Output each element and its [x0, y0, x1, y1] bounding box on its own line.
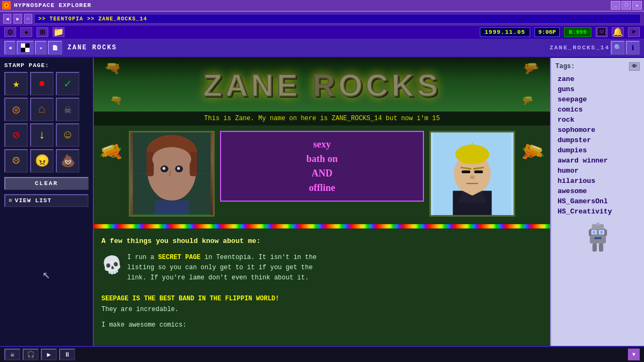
icon-box-1[interactable]: 🖼	[596, 27, 608, 37]
arrow-right-icon[interactable]: ➤	[628, 27, 640, 37]
svg-rect-4	[25, 48, 30, 52]
page-banner: 🔫 🔫 🔫 🔫 ZANE ROCKS	[94, 58, 550, 112]
view-list-button[interactable]: ≡ VIEW LIST	[4, 194, 89, 207]
svg-rect-48	[596, 223, 599, 225]
right-sidebar: Tags: 👁 zanegunsseepagecomicsrocksophomo…	[550, 58, 644, 346]
tags-header: Tags: 👁	[555, 62, 640, 71]
stamp-skull[interactable]: ☠	[56, 98, 79, 121]
stamp-smile[interactable]: ☺	[56, 123, 79, 147]
banner-decoration-left: 🔫	[105, 61, 121, 76]
list-icon: ≡	[9, 197, 13, 204]
stamp-house[interactable]: ⌂	[30, 98, 54, 121]
page-content[interactable]: 🔫 🔫 🔫 🔫 ZANE ROCKS This is Zane. My name…	[94, 58, 550, 346]
tag-item[interactable]: humor	[555, 166, 640, 176]
maximize-button[interactable]: □	[621, 1, 631, 10]
robot-icon	[555, 222, 640, 257]
settings-icon[interactable]: ⚙	[4, 27, 16, 37]
tag-item[interactable]: hilarious	[555, 176, 640, 186]
bio-para-3: I make awesome comics:	[101, 320, 543, 330]
banner-title: ZANE ROCKS	[203, 67, 441, 103]
checkerboard-icon[interactable]	[17, 41, 34, 55]
eye-icon: 👁	[632, 63, 637, 70]
cartoon-photo	[429, 131, 515, 217]
notification-icon[interactable]: ⊞	[36, 27, 48, 37]
page-toolbar-icon[interactable]: 📄	[48, 41, 62, 55]
svg-rect-20	[133, 214, 211, 215]
title-bar: HYPNOSPACE EXPLORER _ □ ✕	[0, 0, 644, 12]
home-button[interactable]: ⌂	[24, 14, 32, 24]
left-sidebar: STAMP PAGE: ★ ● ✓ ◎ ⌂ ☠ ⊘ ↓ ☺ ☹ 😠 💩 CLEA…	[0, 58, 94, 346]
stamp-circle[interactable]: ●	[30, 72, 54, 95]
svg-rect-44	[604, 230, 607, 236]
gun-left: 🔫	[96, 138, 127, 169]
tags-eye-button[interactable]: 👁	[629, 62, 640, 71]
stamp-check[interactable]: ✓	[56, 72, 79, 95]
date-display: 1999.11.05	[480, 27, 530, 37]
cursor-area: ↖	[4, 207, 89, 342]
tag-item[interactable]: guns	[555, 84, 640, 94]
stamp-label: STAMP PAGE:	[4, 62, 89, 69]
stamp-star[interactable]: ★	[4, 72, 28, 95]
tag-item[interactable]: HS_GamersOnl	[555, 196, 640, 206]
corner-button[interactable]: ▼	[628, 349, 640, 360]
stamp-down[interactable]: ↓	[30, 123, 54, 147]
main-area: STAMP PAGE: ★ ● ✓ ◎ ⌂ ☠ ⊘ ↓ ☺ ☹ 😠 💩 CLEA…	[0, 58, 644, 346]
tags-list: zanegunsseepagecomicsrocksophomoredumpst…	[555, 74, 640, 217]
headphone-button[interactable]: 🎧	[23, 349, 39, 360]
gun-right: 🔫	[517, 138, 548, 169]
skull-button[interactable]: ☠	[4, 349, 20, 360]
info-toolbar-button[interactable]: ℹ	[626, 41, 640, 55]
stamp-frown[interactable]: ☹	[4, 149, 28, 173]
forward-button[interactable]: ▶	[13, 14, 21, 24]
clear-button[interactable]: CLEAR	[4, 177, 89, 190]
bio-heading: A few things you should know about me:	[101, 236, 543, 247]
search-toolbar-button[interactable]: 🔍	[611, 41, 625, 55]
tag-item[interactable]: dumpster	[555, 135, 640, 145]
banner-gun-bottom-right: 🔫	[522, 94, 534, 106]
svg-rect-46	[599, 243, 603, 252]
time-display: 9:06P	[535, 27, 560, 37]
app-icon	[2, 1, 11, 10]
tag-item[interactable]: comics	[555, 105, 640, 115]
stamp-coin[interactable]: ◎	[4, 98, 28, 121]
toolbar: ◀ ★ 📄 ZANE ROCKS ZANE_ROCKS_14 🔍 ℹ	[0, 39, 644, 58]
tag-item[interactable]: HS_Creativity	[555, 206, 640, 217]
tag-item[interactable]: awesome	[555, 186, 640, 196]
window-controls[interactable]: _ □ ✕	[611, 1, 642, 10]
tag-item[interactable]: seepage	[555, 94, 640, 105]
address-path[interactable]: >> TEENTOPIA >> ZANE_ROCKS_14	[34, 14, 641, 24]
tags-label: Tags:	[555, 63, 575, 70]
back-toolbar-button[interactable]: ◀	[4, 41, 16, 55]
minimize-button[interactable]: _	[611, 1, 620, 10]
intro-text: This is Zane. My name on here is ZANE_RO…	[94, 112, 550, 125]
tag-item[interactable]: sophomore	[555, 125, 640, 135]
sexy-text-box: sexy bath on AND offline	[220, 131, 424, 202]
tag-item[interactable]: rock	[555, 115, 640, 125]
icon-box-2[interactable]: 🔔	[612, 27, 624, 37]
tag-item[interactable]: dumpies	[555, 145, 640, 156]
stamp-no[interactable]: ⊘	[4, 123, 28, 147]
bookmark-icon[interactable]: ✦	[20, 27, 32, 37]
bio-para-1: I run a SECRET PAGE in Teentopia. It isn…	[127, 253, 317, 284]
profile-section: 🔫	[94, 125, 550, 222]
stamps-grid: ★ ● ✓ ◎ ⌂ ☠ ⊘ ↓ ☺ ☹ 😠 💩	[4, 72, 89, 173]
svg-point-2	[5, 4, 8, 6]
banner-decoration-right: 🔫	[523, 61, 539, 76]
pause-button[interactable]: ⏸	[59, 349, 75, 360]
stamp-angry[interactable]: 😠	[30, 149, 54, 173]
svg-rect-6	[21, 48, 25, 52]
tag-item[interactable]: award winner	[555, 156, 640, 166]
close-button[interactable]: ✕	[632, 1, 642, 10]
divider-bar	[94, 224, 550, 228]
play-button[interactable]: ▶	[41, 349, 57, 360]
svg-rect-5	[25, 43, 30, 48]
svg-rect-38	[434, 132, 511, 215]
address-bar: ◀ ▶ ⌂ >> TEENTOPIA >> ZANE_ROCKS_14	[0, 12, 644, 26]
folder-icon[interactable]: 📁	[53, 27, 64, 37]
stamp-poop[interactable]: 💩	[56, 149, 79, 173]
star-toolbar-icon[interactable]: ★	[35, 41, 46, 55]
tag-item[interactable]: zane	[555, 74, 640, 84]
back-button[interactable]: ◀	[3, 14, 11, 24]
view-list-label: VIEW LIST	[15, 197, 52, 204]
svg-rect-3	[21, 43, 25, 48]
